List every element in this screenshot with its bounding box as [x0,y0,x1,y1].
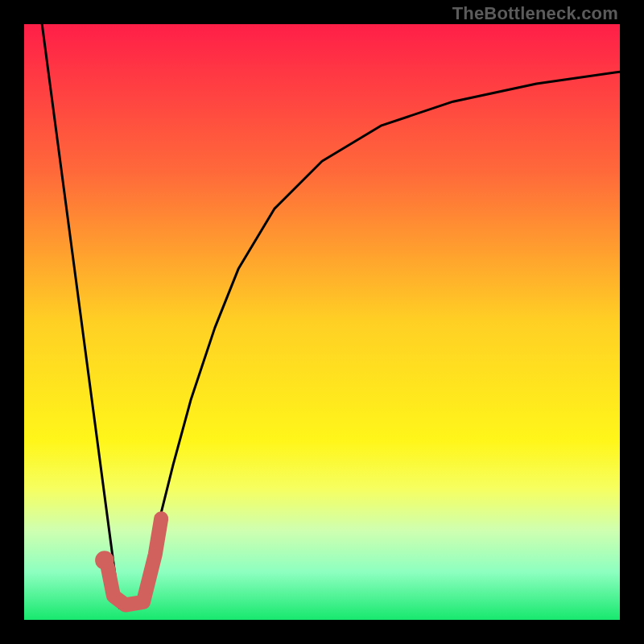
bottleneck-chart [24,24,620,620]
watermark-text: TheBottleneck.com [452,3,618,24]
selected-point [95,551,114,570]
plot-area [24,24,620,620]
gradient-background [24,24,620,620]
chart-frame: TheBottleneck.com [0,0,644,644]
